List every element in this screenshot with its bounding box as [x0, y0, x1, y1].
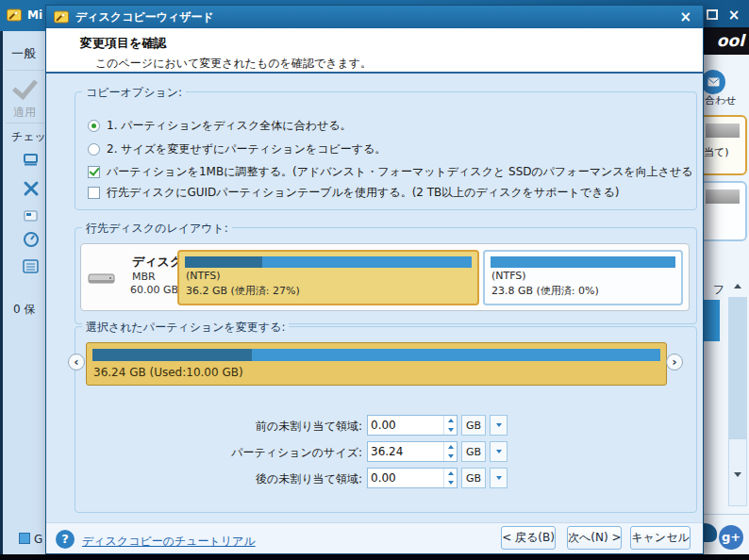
checkbox-align-1mb[interactable]: パーティションを1MBに調整する。(アドバンスト・フォーマットディスクと SSD…	[88, 163, 691, 180]
contact-label: 合わせ	[705, 93, 737, 107]
unit-dropdown-button[interactable]	[490, 415, 508, 436]
wizard-icon	[54, 9, 69, 25]
spinner	[443, 416, 457, 435]
partition-info: 23.8 GB (使用済: 0%)	[491, 284, 681, 298]
field-label-unallocated-after: 後の未割り当て領域:	[122, 469, 362, 488]
unallocated-after-field[interactable]	[367, 468, 458, 488]
partition-tool-icon[interactable]	[23, 152, 40, 171]
dialog-close-button[interactable]: ×	[675, 10, 695, 25]
googleplus-icon[interactable]: g+	[719, 525, 743, 550]
spin-up-button[interactable]	[444, 442, 457, 452]
unit-dropdown-button[interactable]	[490, 468, 508, 488]
spin-up-button[interactable]	[444, 416, 457, 425]
footer-divider	[704, 514, 749, 515]
disk-table-type: MBR	[132, 271, 156, 283]
cancel-button[interactable]: キャンセル	[630, 526, 691, 550]
radio-copy-without-resize[interactable]: 2. サイズを変更せずにパーティションをコピーする。	[88, 140, 386, 157]
partition-1[interactable]: (NTFS) 36.2 GB (使用済: 27%)	[177, 250, 479, 305]
value-input[interactable]	[368, 442, 443, 461]
spin-down-button[interactable]	[444, 478, 457, 487]
unit-label: GB	[461, 468, 486, 488]
usage-bar	[185, 256, 472, 268]
header-title: 変更項目を確認	[80, 35, 703, 52]
app-icon	[7, 8, 22, 26]
window-bottom-edge	[0, 554, 749, 560]
gauge-icon[interactable]	[23, 231, 40, 252]
screen: Mi × 一般 適用 チェッ 0 保 G ool	[0, 0, 749, 560]
tools-icon[interactable]	[23, 180, 40, 201]
selected-table-row[interactable]	[704, 300, 720, 341]
unit-label: GB	[461, 441, 486, 462]
unallocated-bar	[706, 189, 740, 204]
usage-bar	[491, 256, 675, 268]
spinner	[443, 442, 457, 461]
chevron-down-icon	[496, 476, 502, 480]
restore-icon	[707, 9, 718, 20]
chevron-down-icon	[496, 450, 502, 453]
parent-partition-block-selected[interactable]: 当て)	[698, 115, 747, 175]
radio-fit-whole-disk[interactable]: 1. パーティションをディスク全体に合わせる。	[88, 117, 351, 134]
copy-options-label: コピーオプション:	[82, 85, 186, 101]
disk-panel: ディスク 2 MBR 60.00 GB (NTFS) 36.2 GB (使用済:…	[80, 243, 690, 311]
field-label-unallocated-before: 前の未割り当て領域:	[122, 417, 362, 436]
parent-close-button[interactable]: ×	[725, 8, 742, 24]
sidebar-divider	[6, 70, 44, 71]
disk-copy-wizard-dialog: ディスクコピーウィザード × 変更項目を確認 このページにおいて変更されたものを…	[45, 5, 704, 554]
parent-sidebar: 一般 適用 チェッ 0 保 G	[0, 31, 45, 554]
back-button[interactable]: < 戻る(B)	[501, 526, 556, 550]
option-label: パーティションを1MBに調整する。(アドバンスト・フォーマットディスクと SSD…	[107, 164, 691, 180]
parent-restore-button[interactable]	[704, 7, 721, 24]
help-icon: ?	[56, 530, 75, 549]
value-input[interactable]	[368, 469, 443, 487]
usage-bar	[92, 349, 660, 361]
checkbox-checked-icon	[88, 166, 100, 178]
sidebar-divider	[6, 123, 44, 124]
partition-2[interactable]: (NTFS) 23.8 GB (使用済: 0%)	[483, 250, 683, 305]
radio-unchecked-icon	[88, 143, 100, 156]
scroll-up-icon[interactable]	[734, 284, 741, 288]
option-label: 1. パーティションをディスク全体に合わせる。	[107, 118, 351, 134]
parent-window-title: Mi	[27, 8, 42, 22]
legend-item: G	[19, 529, 42, 547]
spin-up-button[interactable]	[444, 469, 457, 478]
chevron-down-icon	[496, 423, 502, 427]
check-section-label: チェッ	[11, 129, 46, 145]
list-icon[interactable]	[23, 259, 39, 277]
spinner	[443, 469, 457, 487]
parent-right-panel: ool 合わせ 当て) フ g+	[704, 31, 749, 554]
partition-size-field[interactable]	[367, 441, 458, 462]
partition-fs: (NTFS)	[186, 270, 477, 282]
dialog-title: ディスクコピーウィザード	[75, 9, 675, 25]
field-label-partition-size: パーティションのサイズ:	[122, 443, 362, 462]
unallocated-before-field[interactable]	[367, 415, 458, 436]
next-button[interactable]: 次へ(N) >	[567, 526, 622, 550]
minitool-logo: ool	[701, 27, 749, 55]
dialog-titlebar[interactable]: ディスクコピーウィザード ×	[46, 6, 703, 28]
value-input[interactable]	[368, 416, 443, 435]
table-column-header: フ	[713, 282, 724, 298]
spin-down-button[interactable]	[444, 452, 457, 461]
parent-partition-block[interactable]	[698, 181, 747, 241]
legend-color-icon	[19, 533, 30, 544]
apply-check-icon	[12, 74, 38, 100]
contact-icon[interactable]	[701, 70, 725, 94]
selected-partition-size-label: 36.24 GB (Used:10.00 GB)	[93, 366, 666, 379]
menu-general[interactable]: 一般	[11, 45, 36, 62]
move-right-button[interactable]: ›	[666, 354, 683, 371]
disk-layout-label: 行先ディスクのレイアウト:	[82, 221, 232, 237]
apply-button[interactable]: 適用	[13, 105, 36, 121]
selected-partition-bar[interactable]: 36.24 GB (Used:10.00 GB)	[86, 342, 667, 386]
window-tool-icon[interactable]	[24, 208, 39, 226]
envelope-icon	[707, 77, 720, 87]
tutorial-link[interactable]: ディスクコピーのチュートリアル	[82, 534, 256, 550]
scrollbar-thumb[interactable]	[729, 298, 746, 439]
spin-down-button[interactable]	[444, 425, 457, 435]
checkbox-use-guid[interactable]: 行先ディスクにGUIDパーティションテーブルを使用する。(2 TB以上のディスク…	[88, 184, 619, 201]
disk-size: 60.00 GB	[130, 284, 178, 296]
unit-label: GB	[461, 415, 486, 436]
unit-dropdown-button[interactable]	[490, 441, 508, 462]
dialog-header: 変更項目を確認 このページにおいて変更されたものを確認できます。	[46, 28, 703, 74]
option-label: 2. サイズを変更せずにパーティションをコピーする。	[107, 141, 386, 157]
scroll-down-icon[interactable]	[734, 472, 741, 477]
move-left-button[interactable]: ‹	[68, 354, 85, 371]
